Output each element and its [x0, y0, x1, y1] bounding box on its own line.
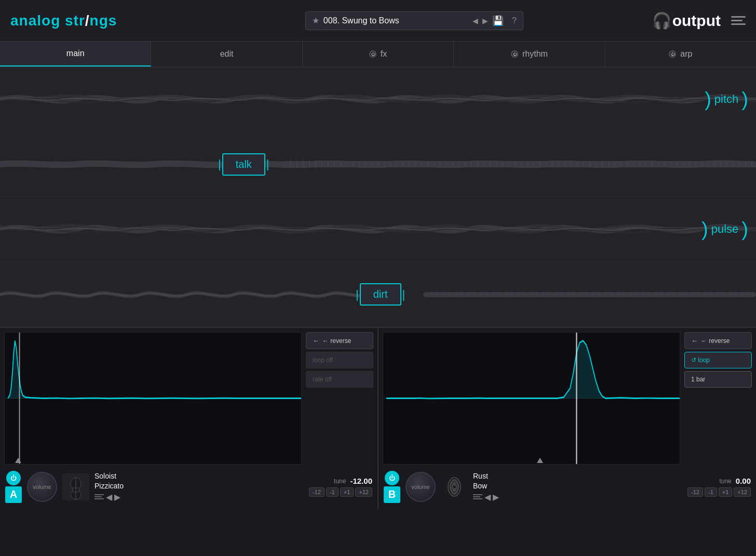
- dirt-bracket-right: |: [402, 288, 406, 301]
- channel-a-tune-steps: -12 -1 +1 +12: [309, 487, 372, 497]
- talk-button-group: | talk |: [218, 153, 269, 176]
- svg-point-146: [452, 485, 456, 489]
- channel-b-nav: ◀ ▶: [473, 492, 682, 502]
- channel-a-tune-step-pos1[interactable]: +1: [340, 487, 354, 497]
- channel-b-controls: ⏻ B volume Rust: [379, 465, 756, 509]
- channel-b-buttons: ← ← reverse ↺ loop 1 bar: [684, 332, 752, 465]
- app-logo: analog str/ngs: [10, 12, 177, 29]
- tab-main-label: main: [66, 49, 85, 58]
- channel-a-controls: ⏻ A volume Soloist: [0, 465, 377, 509]
- pitch-bracket-right: ): [741, 89, 748, 109]
- channel-a-instrument-thumb: [62, 473, 89, 500]
- channel-a-tune-step-neg12[interactable]: -12: [309, 487, 325, 497]
- channel-a-letter: A: [5, 486, 22, 503]
- channel-b-top: ← ← reverse ↺ loop 1 bar: [379, 328, 756, 465]
- tab-edit-label: edit: [220, 49, 234, 59]
- channel-a-instrument-info: Soloist Pizzicato ◀ ▶: [95, 471, 304, 501]
- channel-b-tune-row: tune 0.00: [719, 476, 751, 485]
- channel-a-scrubber[interactable]: [15, 458, 21, 463]
- channel-b-tune-step-neg12[interactable]: -12: [687, 487, 703, 497]
- channel-a-bars-icon: [95, 494, 104, 499]
- channel-a-reverse-button[interactable]: ← ← reverse: [306, 332, 373, 349]
- channel-b-next-instrument[interactable]: ▶: [493, 492, 499, 502]
- channel-b-scrubber[interactable]: [537, 458, 543, 463]
- channel-b-waveform[interactable]: [383, 332, 680, 465]
- channel-b-power-button[interactable]: ⏻: [385, 471, 399, 485]
- preset-name: 008. Swung to Bows: [323, 16, 468, 25]
- preset-prev-button[interactable]: ◀: [473, 17, 478, 25]
- channel-a-nav: ◀ ▶: [95, 492, 304, 502]
- channel-a-power-group: ⏻ A: [5, 471, 22, 503]
- bottom-section: ← ← reverse loop off rate off ⏻ A volume: [0, 327, 756, 509]
- channel-a-instrument-name: Soloist Pizzicato: [95, 471, 304, 490]
- pulse-bracket-left: ): [701, 219, 708, 239]
- logo-slash: /: [85, 12, 90, 29]
- channel-b: ← ← reverse ↺ loop 1 bar ⏻ B volume: [379, 328, 756, 509]
- pulse-label-group: ) pulse ): [701, 219, 748, 239]
- tab-rhythm-label: rhythm: [522, 49, 548, 59]
- dirt-button-group: | dirt |: [356, 283, 405, 306]
- channel-b-loop-button[interactable]: ↺ loop: [684, 352, 752, 368]
- talk-button[interactable]: talk: [222, 153, 265, 176]
- preset-save-button[interactable]: 💾: [492, 15, 504, 27]
- channel-b-letter: B: [384, 486, 400, 503]
- tab-fx[interactable]: ⏻ fx: [303, 42, 454, 67]
- channel-a-waveform[interactable]: [4, 332, 302, 465]
- channel-a-power-button[interactable]: ⏻: [6, 471, 21, 485]
- channel-a-tune-label: tune: [334, 478, 346, 485]
- string-row-pitch: ) pitch ): [0, 67, 756, 132]
- dirt-button[interactable]: dirt: [360, 283, 401, 306]
- channel-b-rate-button[interactable]: 1 bar: [684, 371, 752, 388]
- pitch-label-group: ) pitch ): [705, 89, 748, 109]
- reverse-a-icon: ←: [313, 337, 319, 345]
- channel-b-volume-knob[interactable]: volume: [406, 472, 436, 502]
- svg-rect-81: [423, 292, 756, 297]
- channel-a-volume-knob[interactable]: volume: [27, 472, 57, 502]
- talk-bracket-right: |: [266, 157, 269, 171]
- output-headphone-icon: 🎧: [652, 11, 671, 30]
- channel-a-rate-button[interactable]: rate off: [306, 371, 373, 388]
- arp-power-icon: ⏻: [669, 50, 676, 58]
- tab-arp[interactable]: ⏻ arp: [605, 42, 756, 67]
- channel-a-tune-step-pos12[interactable]: +12: [355, 487, 372, 497]
- channel-b-instrument-thumb: [441, 473, 468, 500]
- channel-a-tune: tune -12.00 -12 -1 +1 +12: [309, 476, 372, 497]
- fx-power-icon: ⏻: [369, 50, 376, 58]
- header: analog str/ngs ★ 008. Swung to Bows ◀ ▶ …: [0, 0, 756, 42]
- strings-area: ) pitch ): [0, 67, 756, 327]
- tab-main[interactable]: main: [0, 42, 151, 67]
- preset-next-button[interactable]: ▶: [482, 17, 488, 25]
- channel-a-tune-step-neg1[interactable]: -1: [326, 487, 339, 497]
- pitch-bracket-left: ): [705, 89, 711, 109]
- favorite-icon[interactable]: ★: [312, 16, 319, 25]
- channel-b-tune-step-pos1[interactable]: +1: [719, 487, 733, 497]
- channel-b-tune: tune 0.00 -12 -1 +1 +12: [687, 476, 751, 497]
- channel-b-tune-step-pos12[interactable]: +12: [734, 487, 751, 497]
- dirt-bracket-left: |: [356, 288, 359, 301]
- pitch-label[interactable]: pitch: [714, 92, 738, 106]
- pulse-label[interactable]: pulse: [711, 222, 739, 236]
- svg-rect-5: [280, 161, 756, 167]
- string-row-dirt: | dirt |: [0, 262, 756, 327]
- channel-b-volume-label: volume: [411, 484, 429, 490]
- channel-a-loop-button[interactable]: loop off: [306, 352, 373, 368]
- channel-b-prev-instrument[interactable]: ◀: [484, 492, 491, 502]
- channel-a-next-instrument[interactable]: ▶: [114, 492, 120, 502]
- channel-a-prev-instrument[interactable]: ◀: [106, 492, 112, 502]
- string-row-talk: | talk |: [0, 132, 756, 197]
- channel-b-instrument-info: Rust Bow ◀ ▶: [473, 471, 682, 501]
- preset-bar: ★ 008. Swung to Bows ◀ ▶ 💾 ?: [305, 11, 523, 30]
- channel-b-tune-step-neg1[interactable]: -1: [705, 487, 717, 497]
- preset-help-button[interactable]: ?: [512, 16, 517, 25]
- pulse-bracket-right: ): [741, 219, 748, 239]
- menu-button[interactable]: [731, 16, 746, 25]
- channel-b-bars-icon: [473, 494, 482, 499]
- tab-rhythm[interactable]: ⏻ rhythm: [454, 42, 605, 67]
- channel-a: ← ← reverse loop off rate off ⏻ A volume: [0, 328, 379, 509]
- channel-a-top: ← ← reverse loop off rate off: [0, 328, 377, 465]
- channel-b-tune-value: 0.00: [736, 476, 751, 485]
- channel-b-reverse-button[interactable]: ← ← reverse: [684, 332, 752, 349]
- channel-b-power-group: ⏻ B: [384, 471, 400, 503]
- string-row-pulse: ) pulse ): [0, 197, 756, 262]
- tab-edit[interactable]: edit: [151, 42, 302, 67]
